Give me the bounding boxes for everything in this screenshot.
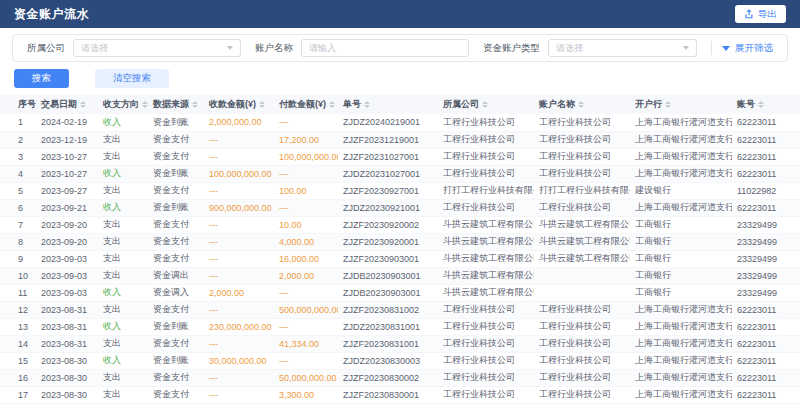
cell-amount-in: --- <box>204 335 274 352</box>
cell-account-name: 工程行业科技公司 <box>534 114 630 131</box>
col-company[interactable]: 所属公司 <box>438 95 534 114</box>
cell-account-no: 62223011 <box>732 199 800 216</box>
sort-desc-icon[interactable] <box>758 105 764 108</box>
chevron-down-icon <box>227 46 233 50</box>
export-button[interactable]: 导出 <box>735 5 786 23</box>
sort-carets-icon[interactable] <box>665 101 671 109</box>
cell-no: 5 <box>0 182 36 199</box>
cell-date: 2023-08-30 <box>36 386 98 403</box>
expand-filter-link[interactable]: 展开筛选 <box>711 41 773 55</box>
cell-amount-in: 30,000,000.00 <box>204 352 274 369</box>
col-source[interactable]: 数据来源 <box>148 95 204 114</box>
sort-desc-icon[interactable] <box>142 105 148 108</box>
col-account-name[interactable]: 账户名称 <box>534 95 630 114</box>
account-name-input[interactable] <box>301 39 469 57</box>
table-row: 62023-09-21收入资金到账900,000,000.00---ZJDZ20… <box>0 199 800 216</box>
sort-asc-icon[interactable] <box>259 101 265 104</box>
cell-date: 2023-10-27 <box>36 148 98 165</box>
sort-asc-icon[interactable] <box>665 101 671 104</box>
sort-asc-icon[interactable] <box>142 101 148 104</box>
sort-asc-icon[interactable] <box>482 101 488 104</box>
sort-carets-icon[interactable] <box>192 101 198 109</box>
cell-source: 资金支付 <box>148 216 204 233</box>
sort-carets-icon[interactable] <box>364 101 370 109</box>
sort-asc-icon[interactable] <box>80 101 86 104</box>
cell-company: 斗拱云建筑工程有限公司 <box>438 250 534 267</box>
cell-direction: 支出 <box>98 267 148 284</box>
sort-carets-icon[interactable] <box>758 101 764 109</box>
col-date[interactable]: 交易日期 <box>36 95 98 114</box>
cell-company: 工程行业科技公司 <box>438 131 534 148</box>
table-row: 142023-08-31支出资金支付---41,334.00ZJZF202308… <box>0 335 800 352</box>
sort-asc-icon[interactable] <box>578 101 584 104</box>
cell-amount-in: --- <box>204 233 274 250</box>
sort-carets-icon[interactable] <box>259 101 265 109</box>
topbar: 资金账户流水 导出 <box>0 0 800 28</box>
cell-doc-no: ZJZF20231219001 <box>338 131 438 148</box>
sort-asc-icon[interactable] <box>364 101 370 104</box>
col-amount-in[interactable]: 收款金额(¥) <box>204 95 274 114</box>
sort-desc-icon[interactable] <box>192 105 198 108</box>
col-account-no[interactable]: 账号 <box>732 95 800 114</box>
sort-asc-icon[interactable] <box>329 101 335 104</box>
sort-carets-icon[interactable] <box>482 101 488 109</box>
cell-account-name: 工程行业科技公司 <box>534 369 630 386</box>
cell-company: 工程行业科技公司 <box>438 318 534 335</box>
cell-bank: 上海工商银行灌河道支行 <box>630 114 732 131</box>
sort-desc-icon[interactable] <box>482 105 488 108</box>
sort-desc-icon[interactable] <box>578 105 584 108</box>
account-type-select[interactable]: 请选择 <box>548 39 697 57</box>
filter-account-type-label: 资金账户类型 <box>483 42 540 55</box>
sort-asc-icon[interactable] <box>192 101 198 104</box>
col-direction[interactable]: 收支方向 <box>98 95 148 114</box>
cell-amount-in: 900,000,000.00 <box>204 199 274 216</box>
sort-carets-icon[interactable] <box>329 101 335 109</box>
sort-desc-icon[interactable] <box>329 105 335 108</box>
search-button[interactable]: 搜索 <box>14 69 69 88</box>
sort-desc-icon[interactable] <box>259 105 265 108</box>
cell-company: 斗拱云建筑工程有限公司 <box>438 267 534 284</box>
filter-company: 所属公司 请选择 <box>27 39 241 57</box>
col-doc-no[interactable]: 单号 <box>338 95 438 114</box>
table-row: 122023-08-31支出资金支付---500,000,000.00ZJZF2… <box>0 301 800 318</box>
cell-doc-no: ZJZF20230830001 <box>338 386 438 403</box>
cell-date: 2023-09-21 <box>36 199 98 216</box>
cell-date: 2023-10-27 <box>36 165 98 182</box>
sort-desc-icon[interactable] <box>80 105 86 108</box>
cell-account-no: 62223011 <box>732 318 800 335</box>
cell-source: 资金支付 <box>148 250 204 267</box>
cell-no: 4 <box>0 165 36 182</box>
cell-doc-no: ZJZF20230927001 <box>338 182 438 199</box>
sort-carets-icon[interactable] <box>578 101 584 109</box>
cell-doc-no: ZJDZ20240219001 <box>338 114 438 131</box>
cell-account-name: 工程行业科技公司 <box>534 301 630 318</box>
cell-account-no: 62223011 <box>732 131 800 148</box>
cell-direction: 收入 <box>98 114 148 131</box>
clear-search-button[interactable]: 清空搜索 <box>95 69 169 88</box>
cell-account-name <box>534 284 630 301</box>
sort-desc-icon[interactable] <box>665 105 671 108</box>
cell-amount-in: 100,000,000.00 <box>204 165 274 182</box>
company-select[interactable]: 请选择 <box>73 39 241 57</box>
cell-date: 2023-09-20 <box>36 216 98 233</box>
col-label: 单号 <box>343 98 361 111</box>
cell-date: 2023-09-03 <box>36 284 98 301</box>
col-label: 所属公司 <box>443 98 479 111</box>
col-amount-out[interactable]: 付款金额(¥) <box>274 95 338 114</box>
cell-amount-out: 50,000,000.00 <box>274 369 338 386</box>
filter-company-label: 所属公司 <box>27 42 65 55</box>
cell-source: 资金到账 <box>148 114 204 131</box>
sort-desc-icon[interactable] <box>364 105 370 108</box>
cell-account-name: 工程行业科技公司 <box>534 148 630 165</box>
col-bank[interactable]: 开户行 <box>630 95 732 114</box>
sort-carets-icon[interactable] <box>80 101 86 109</box>
col-label: 收款金额(¥) <box>209 98 256 111</box>
cell-no: 12 <box>0 301 36 318</box>
cell-bank: 上海工商银行灌河道支行 <box>630 148 732 165</box>
sort-asc-icon[interactable] <box>758 101 764 104</box>
sort-carets-icon[interactable] <box>142 101 148 109</box>
cell-company: 斗拱云建筑工程有限公司 <box>438 216 534 233</box>
cell-account-no: 62223011 <box>732 335 800 352</box>
cell-bank: 上海工商银行灌河道支行 <box>630 301 732 318</box>
col-label: 账号 <box>737 98 755 111</box>
